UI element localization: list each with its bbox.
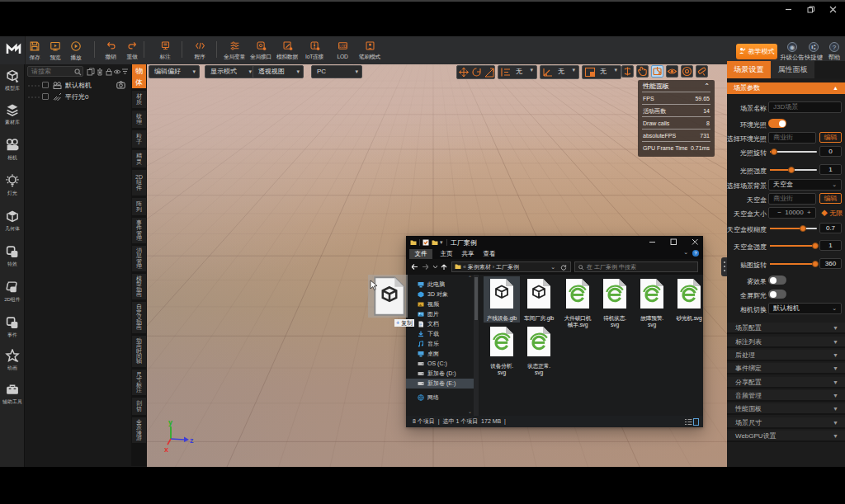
svg-text:LOD: LOD	[338, 45, 346, 49]
svg-text:x: x	[164, 445, 168, 454]
svg-text:y: y	[168, 418, 172, 426]
svg-text:z: z	[190, 436, 194, 445]
